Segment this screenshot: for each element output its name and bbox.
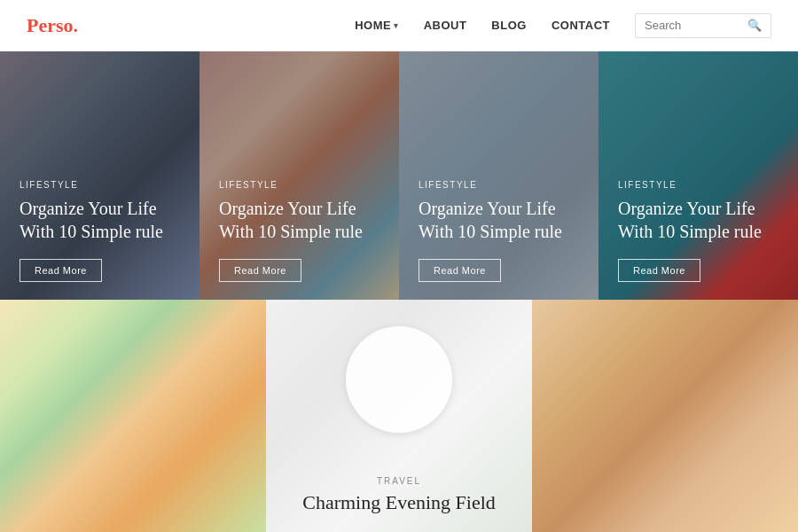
featured-row: LIFESTYLE Organize Your Life With 10 Sim… <box>0 51 798 300</box>
bottom-grid: TRAVEL Charming Evening Field <box>0 300 798 532</box>
logo-text: Perso <box>27 14 74 36</box>
card-category-2: LIFESTYLE <box>219 180 379 190</box>
logo-dot: . <box>74 14 79 36</box>
site-logo[interactable]: Perso. <box>27 14 78 37</box>
nav-about[interactable]: ABOUT <box>424 19 467 32</box>
nav-blog[interactable]: BLOG <box>491 19 527 32</box>
site-header: Perso. HOME ▾ ABOUT BLOG CONTACT 🔍 <box>0 0 798 51</box>
featured-card-3: LIFESTYLE Organize Your Life With 10 Sim… <box>399 51 598 300</box>
card-content-2: LIFESTYLE Organize Your Life With 10 Sim… <box>200 162 399 300</box>
featured-card-4: LIFESTYLE Organize Your Life With 10 Sim… <box>598 51 798 300</box>
nav-home[interactable]: HOME ▾ <box>355 19 399 32</box>
search-input[interactable] <box>645 19 742 32</box>
read-more-button-3[interactable]: Read More <box>419 259 501 282</box>
card-category-1: LIFESTYLE <box>20 180 180 190</box>
card-title-1: Organize Your Life With 10 Simple rule <box>20 197 180 243</box>
featured-card-1: LIFESTYLE Organize Your Life With 10 Sim… <box>0 51 200 300</box>
bottom-image-1 <box>0 300 266 532</box>
card-title-3: Organize Your Life With 10 Simple rule <box>419 197 579 243</box>
chevron-down-icon: ▾ <box>394 21 399 30</box>
read-more-button-1[interactable]: Read More <box>20 259 102 282</box>
bottom-card-text-2: TRAVEL Charming Evening Field <box>266 300 532 532</box>
read-more-button-2[interactable]: Read More <box>219 259 301 282</box>
bottom-image-3 <box>532 300 798 532</box>
card-content-4: LIFESTYLE Organize Your Life With 10 Sim… <box>598 162 798 300</box>
bottom-card-3 <box>532 300 798 532</box>
nav-contact[interactable]: CONTACT <box>552 19 610 32</box>
read-more-button-4[interactable]: Read More <box>618 259 700 282</box>
card-category-4: LIFESTYLE <box>618 180 778 190</box>
bottom-card-2: TRAVEL Charming Evening Field <box>266 300 532 532</box>
search-icon: 🔍 <box>747 19 762 33</box>
card-content-3: LIFESTYLE Organize Your Life With 10 Sim… <box>399 162 598 300</box>
main-nav: HOME ▾ ABOUT BLOG CONTACT 🔍 <box>355 13 771 38</box>
bottom-category-2: TRAVEL <box>377 476 421 486</box>
featured-card-2: LIFESTYLE Organize Your Life With 10 Sim… <box>200 51 399 300</box>
card-category-3: LIFESTYLE <box>419 180 579 190</box>
bottom-card-1 <box>0 300 266 532</box>
card-content-1: LIFESTYLE Organize Your Life With 10 Sim… <box>0 162 200 300</box>
bottom-title-2: Charming Evening Field <box>302 491 496 514</box>
search-box[interactable]: 🔍 <box>635 13 771 38</box>
card-title-4: Organize Your Life With 10 Simple rule <box>618 197 778 243</box>
card-title-2: Organize Your Life With 10 Simple rule <box>219 197 379 243</box>
